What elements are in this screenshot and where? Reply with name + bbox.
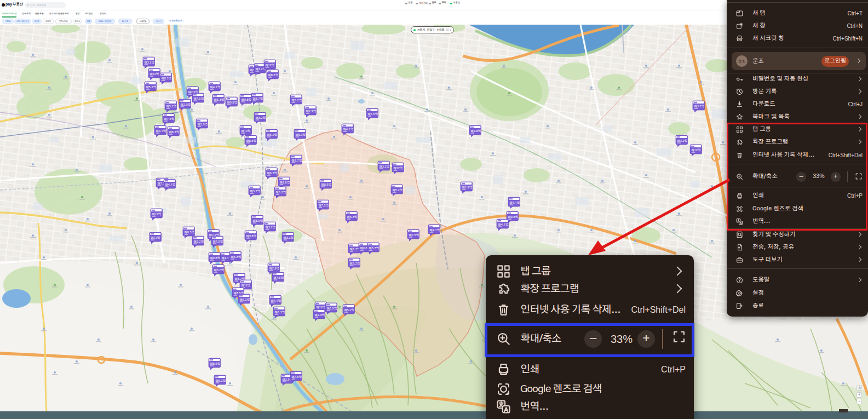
svg-text:매6.3억: 매6.3억 [349,248,359,251]
svg-text:매8.5억: 매8.5억 [161,77,171,80]
svg-text:매3.2억: 매3.2억 [283,236,293,239]
svg-text:매5.2억: 매5.2억 [344,308,354,312]
svg-text:매3.7억: 매3.7억 [694,105,704,108]
svg-text:매4.1억: 매4.1억 [343,128,353,131]
svg-text:매6.3억: 매6.3억 [295,133,305,136]
svg-text:매4.1억: 매4.1억 [165,183,175,186]
svg-text:매3.2억: 매3.2억 [275,191,285,194]
svg-text:매7.5억: 매7.5억 [164,117,174,120]
svg-text:매8.5억: 매8.5억 [210,362,220,365]
svg-text:매9.8억: 매9.8억 [470,129,480,133]
svg-text:매7.5억: 매7.5억 [409,233,418,237]
svg-text:매2.9억: 매2.9억 [462,186,472,189]
svg-text:매3.7억: 매3.7억 [265,226,275,229]
svg-text:매3.2억: 매3.2억 [677,139,687,142]
svg-text:매9.8억: 매9.8억 [241,98,251,101]
svg-text:매5.2억: 매5.2억 [166,105,176,108]
svg-text:매3.2억: 매3.2억 [379,165,389,168]
svg-text:매7.5억: 매7.5억 [193,97,203,100]
svg-text:매9.8억: 매9.8억 [246,234,256,238]
svg-text:매12억: 매12억 [393,167,403,170]
svg-text:매6.3억: 매6.3억 [169,130,179,134]
svg-text:매12억: 매12억 [691,148,700,152]
svg-text:매9.8억: 매9.8억 [227,101,237,104]
svg-text:매2.9억: 매2.9억 [180,103,190,106]
svg-text:매2.9억: 매2.9억 [269,267,279,270]
svg-text:매3.2억: 매3.2억 [349,262,359,265]
svg-text:매5.2억: 매5.2억 [291,99,301,102]
svg-text:매2.9억: 매2.9억 [197,123,207,126]
svg-text:매5.2억: 매5.2억 [215,379,225,382]
svg-text:매6.3억: 매6.3억 [347,215,357,219]
svg-text:매12억: 매12억 [265,64,274,67]
svg-text:매7.5억: 매7.5억 [367,112,377,116]
svg-text:매8.5억: 매8.5억 [321,183,331,186]
svg-text:매3.2억: 매3.2억 [255,116,265,119]
svg-text:매3.7억: 매3.7억 [250,190,260,193]
svg-text:매5.2억: 매5.2억 [146,85,156,89]
svg-text:매6.3억: 매6.3억 [214,98,223,101]
svg-text:매6.3억: 매6.3억 [267,171,277,175]
svg-text:매3.2억: 매3.2억 [144,61,154,64]
svg-text:매2.9억: 매2.9억 [306,110,315,113]
svg-text:매12억: 매12억 [241,284,250,287]
svg-text:매5.2억: 매5.2억 [193,240,203,243]
svg-text:매12억: 매12억 [150,72,159,76]
svg-text:매12억: 매12억 [241,129,250,133]
svg-text:매12억: 매12억 [152,213,161,216]
svg-text:매3.7억: 매3.7억 [214,268,223,272]
svg-text:매2.9억: 매2.9억 [314,313,324,317]
svg-text:매8.5억: 매8.5억 [184,231,194,234]
svg-text:매4.1억: 매4.1억 [271,299,280,302]
svg-text:매8.5억: 매8.5억 [246,139,256,142]
svg-text:매8.5억: 매8.5억 [326,307,336,310]
svg-text:매5.2억: 매5.2억 [239,298,249,301]
svg-text:매5.2억: 매5.2억 [392,188,402,192]
svg-text:매4.1억: 매4.1억 [429,228,439,232]
svg-text:매8.5억: 매8.5억 [268,73,278,77]
svg-text:매3.7억: 매3.7억 [369,246,378,250]
svg-text:매9.8억: 매9.8억 [210,256,220,260]
svg-text:매8.5억: 매8.5억 [252,219,262,222]
svg-text:매4.1억: 매4.1억 [210,85,220,89]
svg-text:매7.5억: 매7.5억 [273,276,283,279]
svg-text:매7.5억: 매7.5억 [318,204,328,207]
svg-text:매4.1억: 매4.1억 [509,201,519,204]
svg-text:매6.3억: 매6.3억 [231,255,240,259]
svg-text:매5.2억: 매5.2억 [267,133,277,136]
svg-text:매7.5억: 매7.5억 [291,375,301,378]
svg-text:매4.1억: 매4.1억 [156,129,165,133]
svg-text:매12억: 매12억 [316,306,325,309]
svg-text:매3.7억: 매3.7억 [291,159,301,162]
svg-text:매9.8억: 매9.8억 [508,215,518,219]
svg-text:매12억: 매12억 [151,236,160,239]
svg-text:매3.7억: 매3.7억 [252,97,262,100]
svg-text:매4.1억: 매4.1억 [498,223,508,226]
svg-text:매6.3억: 매6.3억 [274,311,284,314]
svg-text:매7.5억: 매7.5억 [212,240,222,243]
svg-text:매9.8억: 매9.8억 [279,181,289,184]
